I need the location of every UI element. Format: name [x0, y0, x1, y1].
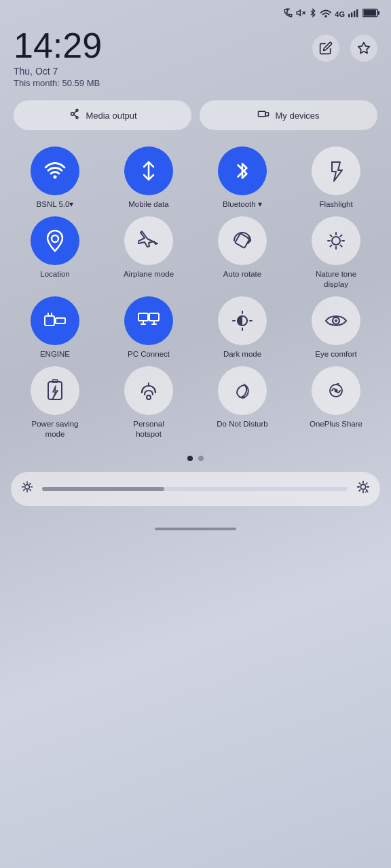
edit-button[interactable] — [312, 35, 339, 62]
svg-point-25 — [332, 237, 340, 245]
silent-icon — [296, 8, 305, 20]
toggle-powersaving[interactable]: Power saving mode — [11, 366, 99, 439]
naturetone-icon — [312, 216, 360, 265]
data-usage: This month: 50.59 MB — [14, 78, 102, 88]
toggle-hotspot[interactable]: Personal hotspot — [105, 366, 193, 439]
svg-rect-24 — [235, 233, 250, 248]
svg-line-17 — [74, 111, 77, 114]
powersaving-label: Power saving mode — [28, 419, 82, 439]
eye-comfort-icon — [312, 296, 360, 345]
autorotate-icon — [218, 216, 267, 265]
toggle-pc-connect[interactable]: PC Connect — [105, 296, 193, 359]
svg-line-31 — [341, 245, 342, 246]
battery-icon — [362, 8, 380, 20]
home-bar[interactable] — [155, 528, 236, 530]
brightness-track[interactable] — [42, 487, 348, 491]
header: 14:29 Thu, Oct 7 This month: 50.59 MB — [0, 22, 391, 95]
svg-line-18 — [74, 115, 77, 117]
toggle-eye-comfort[interactable]: Eye comfort — [292, 296, 380, 359]
oneplus-share-label: OnePlus Share — [310, 419, 362, 429]
svg-text:A: A — [365, 488, 369, 494]
wifi-label: BSNL 5.0▾ — [37, 199, 74, 210]
svg-marker-13 — [358, 43, 370, 54]
brightness-auto-icon: A — [356, 479, 371, 498]
darkmode-icon — [218, 296, 267, 345]
svg-line-32 — [341, 235, 342, 236]
svg-point-52 — [335, 319, 337, 322]
svg-point-21 — [54, 176, 57, 179]
toggle-dnd[interactable]: Do Not Disturb — [198, 366, 286, 439]
darkmode-label: Dark mode — [223, 349, 261, 359]
eye-comfort-label: Eye comfort — [315, 349, 356, 359]
svg-rect-40 — [149, 313, 159, 321]
svg-line-33 — [331, 245, 332, 246]
toggle-airplane[interactable]: Airplane mode — [105, 216, 193, 290]
brightness-bar[interactable]: A — [11, 472, 380, 506]
svg-rect-8 — [354, 11, 355, 18]
date: Thu, Oct 7 — [14, 66, 102, 77]
toggle-mobile-data[interactable]: Mobile data — [105, 146, 193, 210]
call-icon — [283, 8, 293, 20]
engine-label: ENGINE — [40, 349, 70, 359]
home-indicator — [0, 514, 391, 538]
svg-line-64 — [24, 484, 24, 484]
svg-rect-9 — [356, 9, 358, 17]
wifi-icon — [31, 146, 79, 195]
toggle-oneplus-share[interactable]: OnePlus Share — [292, 366, 380, 439]
svg-line-73 — [359, 483, 360, 484]
toggle-wifi[interactable]: BSNL 5.0▾ — [11, 146, 99, 210]
my-devices-button[interactable]: My devices — [200, 100, 377, 130]
toggle-engine[interactable]: ENGINE — [11, 296, 99, 359]
svg-rect-19 — [259, 111, 266, 117]
signal-icon: 4G — [335, 10, 345, 18]
media-output-label: Media output — [86, 111, 136, 121]
svg-rect-39 — [138, 313, 148, 321]
flashlight-icon — [312, 146, 360, 195]
clock: 14:29 — [14, 28, 102, 63]
toggle-autorotate[interactable]: Auto rotate — [198, 216, 286, 290]
airplane-icon — [124, 216, 173, 265]
svg-marker-2 — [297, 10, 300, 16]
toggle-flashlight[interactable]: Flashlight — [292, 146, 380, 210]
pc-connect-icon — [124, 296, 173, 345]
dnd-icon — [218, 366, 267, 415]
bluetooth-status-icon — [309, 8, 317, 20]
powersaving-icon — [31, 366, 79, 415]
autorotate-label: Auto rotate — [223, 269, 261, 279]
location-label: Location — [40, 269, 69, 279]
toggle-location[interactable]: Location — [11, 216, 99, 290]
wifi-status-icon — [320, 9, 331, 20]
mobile-data-icon — [124, 146, 173, 195]
settings-button[interactable] — [350, 35, 377, 62]
brightness-fill — [42, 487, 164, 491]
signal-bars-icon — [348, 8, 359, 20]
svg-rect-35 — [56, 318, 65, 323]
toggle-darkmode[interactable]: Dark mode — [198, 296, 286, 359]
svg-point-58 — [335, 389, 338, 392]
media-output-button[interactable]: Media output — [14, 100, 191, 130]
toggle-naturetone[interactable]: Nature tone display — [292, 216, 380, 290]
naturetone-label: Nature tone display — [309, 269, 363, 290]
dnd-label: Do Not Disturb — [217, 419, 267, 429]
svg-rect-12 — [378, 11, 379, 15]
oneplus-share-icon — [312, 366, 360, 415]
quick-actions: Media output My devices — [0, 95, 391, 141]
svg-point-5 — [325, 16, 327, 17]
svg-rect-20 — [265, 113, 269, 116]
mobile-data-label: Mobile data — [128, 199, 168, 210]
media-output-icon — [68, 108, 80, 123]
page-dots — [0, 445, 391, 467]
toggle-grid: BSNL 5.0▾ Mobile data Bluetooth ▾ Flashl… — [0, 141, 391, 445]
svg-line-65 — [30, 490, 31, 490]
svg-rect-7 — [351, 12, 352, 17]
svg-line-75 — [366, 483, 367, 484]
page-dot-2[interactable] — [198, 456, 204, 461]
brightness-low-icon — [20, 480, 34, 497]
page-dot-1[interactable] — [187, 456, 193, 461]
svg-line-66 — [30, 484, 31, 484]
bluetooth-label: Bluetooth ▾ — [223, 199, 262, 210]
status-bar: 4G — [0, 0, 391, 22]
hotspot-label: Personal hotspot — [122, 419, 176, 439]
svg-line-30 — [331, 235, 332, 236]
toggle-bluetooth[interactable]: Bluetooth ▾ — [198, 146, 286, 210]
